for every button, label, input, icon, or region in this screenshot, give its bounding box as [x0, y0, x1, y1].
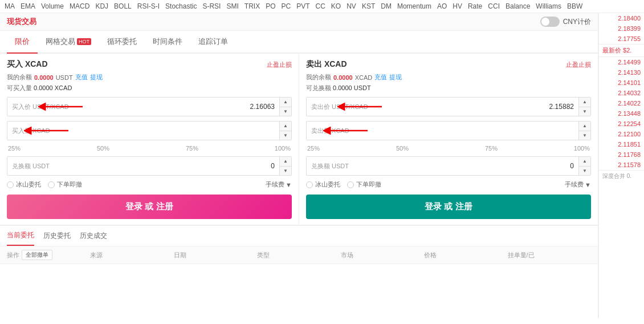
indicator-trix[interactable]: TRIX [244, 2, 260, 10]
buy-cancel-option[interactable]: 下单即撤 [48, 180, 82, 189]
sell-amount-input[interactable] [354, 123, 578, 138]
price-row[interactable]: 2.14499 [599, 57, 644, 67]
buy-title: 买入 XCAD [7, 59, 48, 70]
bottom-tab-history[interactable]: 历史委托 [43, 231, 71, 245]
bottom-tab-current[interactable]: 当前委托 [7, 230, 34, 246]
indicator-ko[interactable]: KO [331, 2, 341, 10]
buy-available-value: 0.0000 XCAD [34, 84, 72, 91]
price-row[interactable]: 2.13448 [599, 108, 644, 119]
tab-time[interactable]: 时间条件 [145, 31, 190, 52]
buy-iceberg-option[interactable]: 冰山委托 [7, 180, 41, 189]
buy-login-button[interactable]: 登录 或 注册 [7, 195, 292, 219]
indicator-rsi-s-i[interactable]: RSI-S-I [137, 2, 160, 10]
buy-iceberg-radio[interactable] [7, 181, 14, 188]
indicator-hv[interactable]: HV [453, 2, 462, 10]
tab-track[interactable]: 追踪订单 [190, 31, 236, 52]
buy-stop-loss[interactable]: 止盈止损 [267, 60, 292, 69]
buy-amount-up[interactable]: ▲ [280, 122, 291, 131]
sell-pct-75[interactable]: 75% [485, 145, 498, 152]
indicator-kst[interactable]: KST [362, 2, 375, 10]
buy-pct-100[interactable]: 100% [275, 145, 291, 152]
buy-amount-down[interactable]: ▼ [280, 131, 291, 140]
indicator-smi[interactable]: SMI [226, 2, 238, 10]
price-row[interactable]: 2.12100 [599, 129, 644, 139]
sell-price-down[interactable]: ▼ [579, 107, 590, 116]
cancel-all-button[interactable]: 全部撤单 [22, 250, 52, 260]
price-row[interactable]: 2.18399 [599, 23, 644, 34]
buy-exchange-up[interactable]: ▲ [280, 157, 291, 167]
indicator-s-rsi[interactable]: S-RSI [202, 2, 221, 10]
sell-fee-link[interactable]: 手续费 ▼ [565, 180, 591, 189]
indicator-boll[interactable]: BOLL [114, 2, 132, 10]
buy-cancel-radio[interactable] [48, 181, 55, 188]
indicator-rate[interactable]: Rate [468, 2, 482, 10]
sell-login-button[interactable]: 登录 或 注册 [306, 195, 591, 219]
indicator-dm[interactable]: DM [381, 2, 392, 10]
indicator-nv[interactable]: NV [347, 2, 356, 10]
buy-withdraw-link[interactable]: 提现 [90, 73, 103, 82]
indicator-pc[interactable]: PC [282, 2, 291, 10]
indicator-volume[interactable]: Volume [41, 2, 64, 10]
indicator-stochastic[interactable]: Stochastic [165, 2, 197, 10]
tab-limit[interactable]: 限价 [7, 31, 38, 54]
sell-deposit-link[interactable]: 充值 [374, 73, 387, 82]
sell-exchange-input[interactable] [353, 159, 578, 173]
indicator-williams[interactable]: Williams [536, 2, 561, 10]
bottom-tab-trades[interactable]: 历史成交 [80, 231, 107, 245]
indicator-po[interactable]: PO [266, 2, 275, 10]
price-row[interactable]: 2.11768 [599, 149, 644, 160]
sell-price-up[interactable]: ▲ [579, 98, 590, 107]
buy-pct-25[interactable]: 25% [8, 145, 21, 152]
indicator-ao[interactable]: AO [437, 2, 447, 10]
main-container: 现货交易 CNY计价 限价 网格交易 HOT 循环委托 时间条件 追踪订单 [0, 13, 644, 318]
buy-exchange-input[interactable] [54, 159, 279, 173]
indicator-cc[interactable]: CC [316, 2, 325, 10]
sell-exchange-up[interactable]: ▲ [579, 157, 590, 167]
indicator-ema[interactable]: EMA [21, 2, 35, 10]
buy-pct-50[interactable]: 50% [97, 145, 109, 152]
indicator-ma[interactable]: MA [5, 2, 15, 10]
buy-price-down[interactable]: ▼ [280, 107, 291, 116]
sell-stop-loss[interactable]: 止盈止损 [566, 60, 591, 69]
price-row[interactable]: 2.18400 [599, 13, 644, 23]
buy-amount-input[interactable] [55, 123, 279, 138]
sell-withdraw-link[interactable]: 提现 [389, 73, 402, 82]
price-row[interactable]: 2.11851 [599, 139, 644, 149]
buy-price-up[interactable]: ▲ [280, 98, 291, 107]
price-row[interactable]: 2.11578 [599, 160, 644, 170]
buy-exchange-group: 兑换额 USDT ▲ ▼ [7, 156, 292, 176]
indicator-cci[interactable]: CCI [488, 2, 500, 10]
sell-iceberg-radio[interactable] [306, 181, 313, 188]
sell-amount-down[interactable]: ▼ [579, 131, 590, 140]
indicator-macd[interactable]: MACD [70, 2, 89, 10]
price-row[interactable]: 2.12254 [599, 119, 644, 129]
buy-pct-75[interactable]: 75% [186, 145, 198, 152]
buy-exchange-down[interactable]: ▼ [280, 167, 291, 176]
sell-iceberg-option[interactable]: 冰山委托 [306, 180, 340, 189]
indicator-balance[interactable]: Balance [506, 2, 530, 10]
sell-pct-100[interactable]: 100% [574, 145, 590, 152]
sell-cancel-radio[interactable] [347, 181, 354, 188]
buy-deposit-link[interactable]: 充值 [75, 73, 88, 82]
tab-grid[interactable]: 网格交易 HOT [38, 31, 99, 52]
tab-cycle[interactable]: 循环委托 [99, 31, 145, 52]
price-row[interactable]: 2.17755 [599, 34, 644, 44]
cny-toggle-switch[interactable] [540, 17, 560, 27]
price-row[interactable]: 2.14022 [599, 98, 644, 108]
sell-pct-25[interactable]: 25% [307, 145, 320, 152]
buy-radio-group: 冰山委托 下单即撤 [7, 180, 82, 189]
indicator-kdj[interactable]: KDJ [95, 2, 108, 10]
indicator-bbw[interactable]: BBW [567, 2, 582, 10]
sell-pct-50[interactable]: 50% [396, 145, 409, 152]
sell-cancel-option[interactable]: 下单即撤 [347, 180, 381, 189]
indicator-pvt[interactable]: PVT [296, 2, 309, 10]
price-row[interactable]: 2.14130 [599, 67, 644, 78]
buy-fee-link[interactable]: 手续费 ▼ [266, 180, 292, 189]
price-row[interactable]: 2.14101 [599, 78, 644, 88]
sell-exchange-down[interactable]: ▼ [579, 167, 590, 176]
price-row[interactable]: 2.14032 [599, 88, 644, 98]
buy-price-input[interactable] [74, 99, 279, 114]
sell-amount-up[interactable]: ▲ [579, 122, 590, 131]
indicator-momentum[interactable]: Momentum [397, 2, 431, 10]
sell-price-input[interactable] [373, 99, 578, 114]
